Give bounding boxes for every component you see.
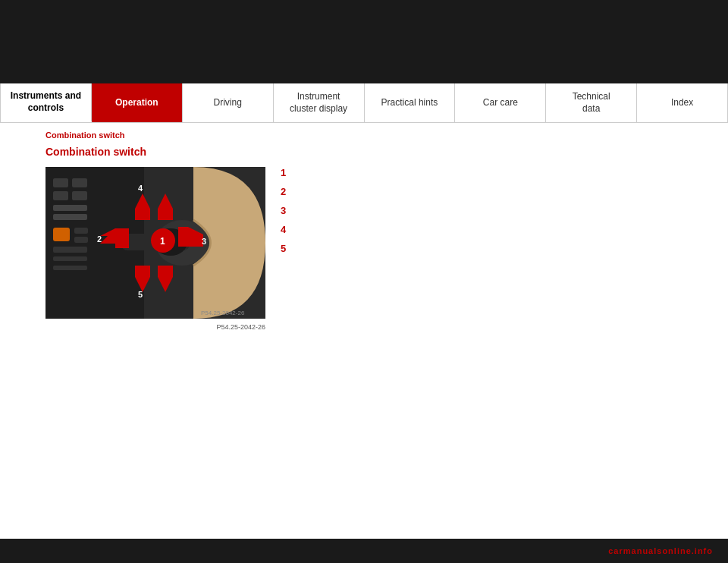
nav-item-driving[interactable]: Driving <box>183 83 274 122</box>
svg-rect-6 <box>53 205 87 211</box>
image-area: 4 2 1 3 <box>46 167 265 331</box>
page-container: Instruments and controls Operation Drivi… <box>0 0 728 563</box>
nav-item-practical-hints[interactable]: Practical hints <box>365 83 456 122</box>
section-title: Combination switch <box>46 146 682 158</box>
svg-rect-4 <box>53 191 68 200</box>
number-text-2: 2 <box>281 186 286 197</box>
number-text-5: 5 <box>281 243 286 254</box>
svg-text:5: 5 <box>138 290 143 299</box>
number-text-1: 1 <box>281 167 286 178</box>
nav-item-car-care[interactable]: Car care <box>455 83 546 122</box>
item-4: 4 <box>281 224 682 235</box>
image-caption-text: P54.25-2042-26 <box>216 323 265 331</box>
nav-label-operation: Operation <box>115 97 158 109</box>
svg-rect-12 <box>53 256 87 261</box>
nav-label-instruments: Instruments and controls <box>8 90 83 114</box>
navigation-bar: Instruments and controls Operation Drivi… <box>0 83 728 123</box>
item-5: 5 <box>281 243 682 254</box>
svg-text:3: 3 <box>202 237 206 246</box>
item-number-2: 2 <box>281 186 296 197</box>
image-caption: P54.25-2042-26 <box>46 323 265 331</box>
svg-rect-5 <box>72 191 87 200</box>
nav-label-practical-hints: Practical hints <box>381 97 438 109</box>
svg-marker-28 <box>178 227 188 247</box>
item-number-3: 3 <box>281 205 296 216</box>
svg-rect-2 <box>53 178 68 187</box>
bottom-bar: carmanualsonline.info <box>0 539 728 563</box>
svg-rect-7 <box>53 214 87 220</box>
bottom-logo: carmanualsonline.info <box>608 546 713 555</box>
svg-rect-3 <box>72 178 87 187</box>
section-title-text: Combination switch <box>46 146 146 158</box>
nav-label-index: Index <box>671 97 693 109</box>
top-banner <box>0 0 728 83</box>
breadcrumb: Combination switch <box>46 131 682 140</box>
svg-rect-13 <box>53 266 87 270</box>
item-3: 3 <box>281 205 682 216</box>
svg-rect-11 <box>53 247 87 253</box>
svg-text:P54.25-2042-26: P54.25-2042-26 <box>201 310 245 316</box>
nav-item-instruments[interactable]: Instruments and controls <box>1 83 92 122</box>
main-content: Combination switch Combination switch <box>0 123 728 346</box>
svg-text:1: 1 <box>160 236 165 247</box>
item-number-4: 4 <box>281 224 296 235</box>
nav-item-operation[interactable]: Operation <box>92 83 183 122</box>
nav-label-driving: Driving <box>214 97 242 109</box>
svg-rect-8 <box>53 228 70 241</box>
item-1: 1 <box>281 167 682 178</box>
number-text-4: 4 <box>281 224 286 235</box>
number-text-3: 3 <box>281 205 286 216</box>
svg-text:2: 2 <box>97 234 102 244</box>
nav-item-technical-data[interactable]: Technicaldata <box>546 83 637 122</box>
nav-label-technical-data: Technicaldata <box>573 91 610 115</box>
nav-label-instrument-cluster: Instrumentcluster display <box>290 91 347 115</box>
svg-marker-21 <box>158 209 173 220</box>
item-number-5: 5 <box>281 243 296 254</box>
nav-item-index[interactable]: Index <box>637 83 727 122</box>
breadcrumb-text: Combination switch <box>46 131 125 140</box>
svg-rect-9 <box>74 228 88 234</box>
content-layout: 4 2 1 3 <box>46 167 682 331</box>
nav-label-car-care: Car care <box>483 97 518 109</box>
svg-marker-29 <box>188 234 203 247</box>
item-number-1: 1 <box>281 167 296 178</box>
item-2: 2 <box>281 186 682 197</box>
nav-item-instrument-cluster[interactable]: Instrumentcluster display <box>274 83 365 122</box>
combination-switch-diagram: 4 2 1 3 <box>46 167 265 319</box>
svg-rect-10 <box>74 237 88 243</box>
svg-marker-18 <box>135 209 150 220</box>
svg-text:4: 4 <box>138 184 143 193</box>
text-content: 1 2 3 4 <box>281 167 682 331</box>
